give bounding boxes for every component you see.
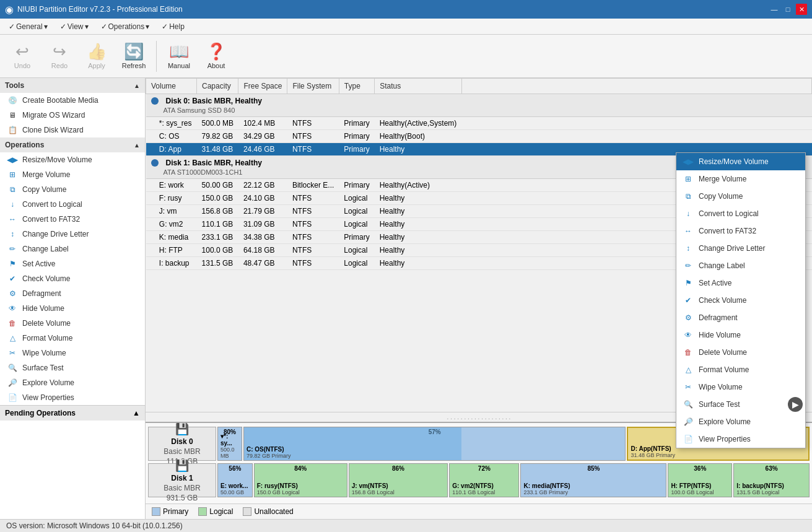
kmedia-name: K: media(NTFS) <box>523 482 663 489</box>
sidebar-item-convert-fat32[interactable]: ↔ Convert to FAT32 <box>0 212 145 227</box>
sidebar-item-convert-logical[interactable]: ↓ Convert to Logical <box>0 197 145 212</box>
sidebar-item-wipe-volume[interactable]: ✂ Wipe Volume <box>0 346 145 360</box>
restore-button[interactable]: □ <box>782 4 793 15</box>
ctx-item-view-properties[interactable]: 📄 View Properties <box>676 430 805 448</box>
sidebar-item-defragment[interactable]: ⚙ Defragment <box>0 286 145 301</box>
disk1-part-frusy[interactable]: 84% F: rusy(NTFS) 150.0 GB Logical <box>254 463 347 497</box>
sidebar-item-create-bootable[interactable]: 💿 Create Bootable Media <box>0 93 145 108</box>
redo-button[interactable]: ↪ Redo <box>42 38 77 75</box>
ctx-item-format-volume[interactable]: △ Format Volume <box>676 361 805 378</box>
title-bar: ◉ NIUBI Partition Editor v7.2.3 - Profes… <box>0 0 812 19</box>
disk0-visual-icon: 💾 <box>175 422 189 436</box>
cell-freespace: 34.38 GB <box>238 231 287 244</box>
sidebar-item-copy[interactable]: ⧉ Copy Volume <box>0 182 145 197</box>
undo-button[interactable]: ↩ Undo <box>5 38 40 75</box>
about-icon: ❓ <box>206 43 226 59</box>
table-row[interactable]: *: sys_res 500.0 MB 102.4 MB NTFS Primar… <box>146 117 812 130</box>
ctx-item-convert-fat32[interactable]: ↔ Convert to FAT32 <box>676 222 805 240</box>
table-row[interactable]: C: OS 79.82 GB 34.29 GB NTFS Primary Hea… <box>146 130 812 143</box>
legend-logical-color <box>198 507 207 516</box>
tools-section-header[interactable]: Tools ▲ <box>0 78 145 93</box>
sidebar-item-change-letter[interactable]: ↕ Change Drive Letter <box>0 227 145 242</box>
operations-section-header[interactable]: Operations ▲ <box>0 137 145 152</box>
menu-help[interactable]: ✓ Help <box>155 20 191 33</box>
sidebar-item-check-volume[interactable]: ✔ Check Volume <box>0 271 145 286</box>
ctx-item-resize-move[interactable]: ◀▶ Resize/Move Volume <box>676 153 805 170</box>
disk0-part-sysres[interactable]: 80% ▾*: sy... 500.0 MB <box>217 427 242 461</box>
cell-freespace: 21.79 GB <box>238 205 287 218</box>
ctx-scroll-down[interactable]: ▶ <box>788 397 803 412</box>
ctx-item-explore-volume[interactable]: 🔎 Explore Volume <box>676 413 805 430</box>
ctx-surface-row: 🔍 Surface Test ▶ <box>676 396 805 413</box>
ctx-format-label: Format Volume <box>699 365 749 374</box>
ctx-item-wipe-volume[interactable]: ✂ Wipe Volume <box>676 378 805 396</box>
sidebar-item-merge[interactable]: ⊞ Merge Volume <box>0 167 145 182</box>
ctx-item-defragment[interactable]: ⚙ Defragment <box>676 309 805 326</box>
disk0-title: Disk 0: Basic MBR, Healthy <box>166 97 262 105</box>
disk1-part-kmedia[interactable]: 85% K: media(NTFS) 233.1 GB Primary <box>520 463 666 497</box>
sidebar-item-migrate-os[interactable]: 🖥 Migrate OS Wizard <box>0 108 145 123</box>
menu-view[interactable]: ✓ View ▾ <box>54 20 95 33</box>
ctx-item-delete-volume[interactable]: 🗑 Delete Volume <box>676 344 805 361</box>
kmedia-sub: 233.1 GB Primary <box>523 489 663 495</box>
disk1-part-hftp[interactable]: 36% H: FTP(NTFS) 100.0 GB Logical <box>668 463 732 497</box>
sidebar-item-hide-volume[interactable]: 👁 Hide Volume <box>0 301 145 316</box>
cell-capacity: 31.48 GB <box>197 143 238 156</box>
minimize-button[interactable]: — <box>769 4 780 15</box>
cell-volume: E: work <box>146 179 197 192</box>
refresh-button[interactable]: 🔄 Refresh <box>116 38 151 75</box>
convert-logical-label: Convert to Logical <box>22 200 82 209</box>
sidebar-item-resize-move[interactable]: ◀▶ Resize/Move Volume <box>0 152 145 167</box>
about-button[interactable]: ❓ About <box>199 38 234 75</box>
ctx-item-convert-logical[interactable]: ↓ Convert to Logical <box>676 205 805 222</box>
disk1-part-gvm2[interactable]: 72% G: vm2(NTFS) 110.1 GB Logical <box>449 463 519 497</box>
close-button[interactable]: ✕ <box>796 4 807 15</box>
legend-unallocated-color <box>243 507 251 516</box>
manual-button[interactable]: 📖 Manual <box>162 38 196 75</box>
sidebar-item-view-properties[interactable]: 📄 View Properties <box>0 390 145 405</box>
frusy-sub: 150.0 GB Logical <box>257 489 344 495</box>
menu-operations[interactable]: ✓ Operations ▾ <box>95 20 156 33</box>
explore-icon: 🔎 <box>7 378 17 388</box>
disk0-header[interactable]: Disk 0: Basic MBR, Healthy ATA Samsung S… <box>146 94 812 117</box>
menu-bar: ✓ General ▾ ✓ View ▾ ✓ Operations ▾ ✓ He… <box>0 19 812 35</box>
wipe-label: Wipe Volume <box>22 349 66 357</box>
pending-chevron: ▲ <box>133 409 140 417</box>
change-label-label: Change Label <box>22 245 69 253</box>
cell-status: Healthy <box>375 244 462 257</box>
disk1-part-jvm[interactable]: 86% J: vm(NTFS) 156.8 GB Logical <box>349 463 448 497</box>
sidebar-item-surface-test[interactable]: 🔍 Surface Test <box>0 360 145 375</box>
ctx-item-surface-test[interactable]: 🔍 Surface Test <box>676 396 785 413</box>
sidebar-item-set-active[interactable]: ⚑ Set Active <box>0 256 145 271</box>
ctx-item-change-label[interactable]: ✏ Change Label <box>676 257 805 274</box>
disk1-part-ibackup[interactable]: 63% I: backup(NTFS) 131.5 GB Logical <box>733 463 810 497</box>
hftp-sub: 100.0 GB Logical <box>671 489 729 495</box>
disk1-part-ework[interactable]: 56% E: work... 50.00 GB <box>217 463 253 497</box>
cell-fs: NTFS <box>287 257 339 270</box>
ctx-item-hide-volume[interactable]: 👁 Hide Volume <box>676 326 805 344</box>
ctx-item-change-letter[interactable]: ↕ Change Drive Letter <box>676 240 805 257</box>
menu-general[interactable]: ✓ General ▾ <box>2 20 54 33</box>
ctx-convert-logical-label: Convert to Logical <box>699 209 759 218</box>
ctx-item-merge[interactable]: ⊞ Merge Volume <box>676 170 805 188</box>
ctx-item-copy[interactable]: ⧉ Copy Volume <box>676 188 805 205</box>
col-capacity: Capacity <box>197 79 238 94</box>
sidebar-item-change-label[interactable]: ✏ Change Label <box>0 242 145 256</box>
cell-fs: Bitlocker E... <box>287 179 339 192</box>
disk1-icon: Disk 1: Basic MBR, Healthy <box>151 159 262 167</box>
sidebar-item-clone-disk[interactable]: 📋 Clone Disk Wizard <box>0 123 145 137</box>
ctx-item-check-volume[interactable]: ✔ Check Volume <box>676 292 805 309</box>
disk0-part-cos[interactable]: 57% C: OS(NTFS) 79.82 GB Primary <box>243 427 626 461</box>
cell-capacity: 500.0 MB <box>197 117 238 130</box>
ctx-item-set-active[interactable]: ⚑ Set Active <box>676 274 805 292</box>
sidebar-item-explore-volume[interactable]: 🔎 Explore Volume <box>0 375 145 390</box>
cell-type: Logical <box>339 192 374 205</box>
frusy-pct: 84% <box>255 465 347 472</box>
sidebar-item-delete-volume[interactable]: 🗑 Delete Volume <box>0 316 145 331</box>
pending-header[interactable]: Pending Operations ▲ <box>0 405 145 421</box>
apply-button[interactable]: 👍 Apply <box>79 38 114 75</box>
cell-freespace: 24.10 GB <box>238 192 287 205</box>
cell-type: Logical <box>339 205 374 218</box>
cell-freespace: 102.4 MB <box>238 117 287 130</box>
sidebar-item-format-volume[interactable]: △ Format Volume <box>0 331 145 346</box>
